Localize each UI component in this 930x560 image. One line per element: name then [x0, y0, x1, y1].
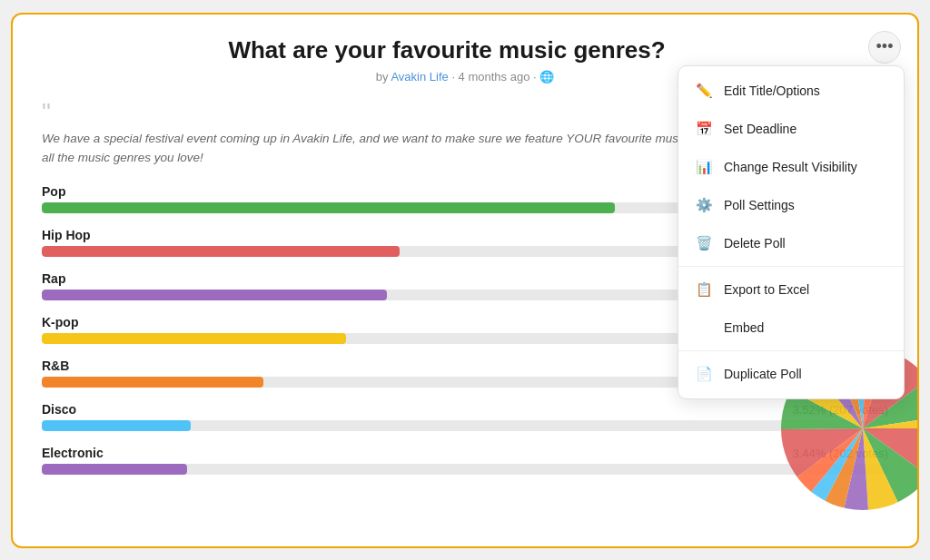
- duplicate-poll-icon: 📄: [695, 365, 713, 383]
- edit-title-icon: ✏️: [695, 82, 713, 100]
- bar-fill: [42, 290, 387, 300]
- dropdown-item-duplicate-poll[interactable]: 📄 Duplicate Poll: [678, 355, 904, 393]
- options-button[interactable]: •••: [868, 31, 901, 64]
- bar-fill: [42, 333, 346, 344]
- poll-item-label: Pop: [42, 184, 65, 199]
- edit-title-label: Edit Title/Options: [724, 84, 820, 98]
- dropdown-divider: [678, 350, 904, 351]
- dropdown-item-export-excel[interactable]: 📋 Export to Excel: [678, 270, 904, 309]
- bar-fill: [42, 246, 400, 257]
- bar-fill: [42, 464, 187, 475]
- change-visibility-label: Change Result Visibility: [724, 160, 857, 174]
- poll-item-label: Electronic: [42, 446, 104, 460]
- dropdown-item-embed[interactable]: Embed: [678, 309, 904, 347]
- poll-item: Disco 3.52% (207 votes): [42, 402, 888, 431]
- poll-item-label: Rap: [42, 271, 65, 286]
- dropdown-item-change-visibility[interactable]: 📊 Change Result Visibility: [678, 148, 904, 186]
- poll-item-label: K-pop: [42, 315, 78, 329]
- poll-item-label: Disco: [42, 402, 76, 417]
- embed-label: Embed: [724, 320, 764, 335]
- export-excel-label: Export to Excel: [724, 282, 809, 297]
- bar-track: [42, 464, 888, 475]
- poll-title: What are your favourite music genres?: [42, 36, 888, 64]
- globe-icon: 🌐: [539, 70, 554, 84]
- poll-settings-label: Poll Settings: [724, 198, 795, 212]
- dropdown-item-delete-poll[interactable]: 🗑️ Delete Poll: [678, 224, 904, 262]
- poll-settings-icon: ⚙️: [695, 196, 713, 214]
- poll-item-label: Hip Hop: [42, 228, 91, 242]
- bar-fill: [42, 202, 615, 213]
- set-deadline-label: Set Deadline: [724, 122, 796, 136]
- meta-separator: · 4 months ago ·: [451, 70, 539, 84]
- duplicate-poll-label: Duplicate Poll: [724, 367, 802, 381]
- dropdown-item-set-deadline[interactable]: 📅 Set Deadline: [678, 110, 904, 148]
- dropdown-divider: [678, 266, 904, 267]
- author-link[interactable]: Avakin Life: [391, 70, 448, 84]
- delete-poll-label: Delete Poll: [724, 236, 786, 251]
- bar-fill: [42, 420, 191, 431]
- delete-poll-icon: 🗑️: [695, 234, 713, 252]
- export-excel-icon: 📋: [695, 280, 713, 299]
- dropdown-item-poll-settings[interactable]: ⚙️ Poll Settings: [678, 186, 904, 224]
- embed-icon: [695, 319, 713, 337]
- bar-fill: [42, 377, 263, 388]
- poll-item: Electronic 3.44% (202 votes): [42, 446, 888, 475]
- by-label: by: [376, 70, 389, 84]
- bar-track: [42, 420, 888, 431]
- change-visibility-icon: 📊: [695, 158, 713, 176]
- dropdown-item-edit-title[interactable]: ✏️ Edit Title/Options: [678, 72, 904, 110]
- dropdown-menu: ✏️ Edit Title/Options 📅 Set Deadline 📊 C…: [678, 65, 905, 399]
- poll-item-label: R&B: [42, 359, 69, 373]
- main-card: What are your favourite music genres? by…: [11, 13, 919, 548]
- set-deadline-icon: 📅: [695, 120, 713, 138]
